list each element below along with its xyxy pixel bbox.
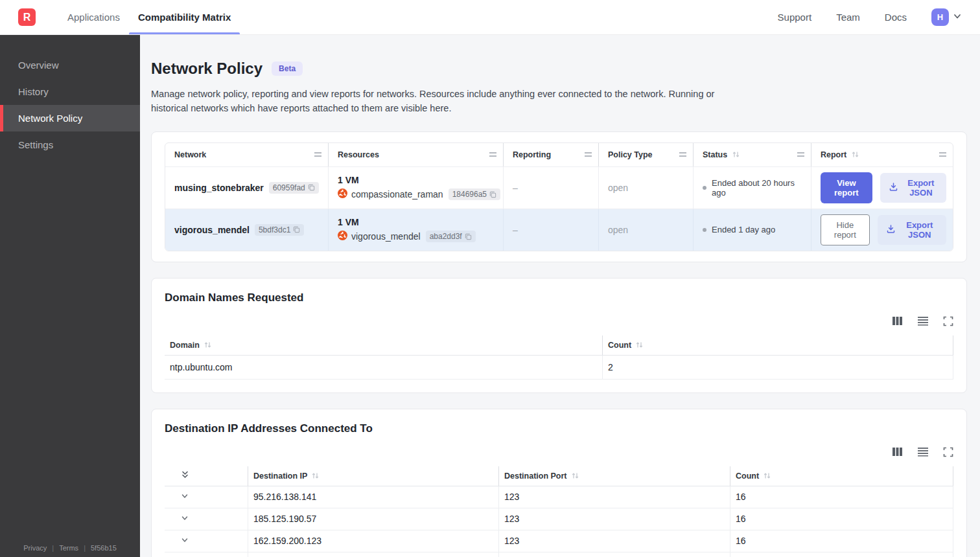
- destination-port-cell: 123: [498, 508, 730, 530]
- sidebar-item-settings[interactable]: Settings: [0, 131, 140, 158]
- column-header-count[interactable]: Count: [602, 335, 953, 355]
- network-cell: musing_stonebraker 60959fad: [165, 167, 329, 209]
- copy-icon[interactable]: [308, 184, 315, 191]
- column-header-resources[interactable]: Resources: [329, 143, 504, 166]
- row-expander[interactable]: [165, 508, 248, 530]
- docs-link[interactable]: Docs: [885, 12, 907, 23]
- row-expander[interactable]: [165, 486, 248, 508]
- network-table-row[interactable]: musing_stonebraker 60959fad 1 VM: [165, 166, 953, 209]
- destination-ip-cell: 185.125.190.58: [248, 552, 498, 557]
- column-resize-handle-icon[interactable]: [679, 152, 686, 157]
- column-label: Policy Type: [608, 150, 653, 159]
- export-json-button[interactable]: Export JSON: [878, 215, 946, 245]
- destination-ip-row[interactable]: 185.125.190.58 123 16: [165, 552, 953, 557]
- column-resize-handle-icon[interactable]: [797, 152, 804, 157]
- status-text: Ended 1 day ago: [712, 225, 775, 234]
- column-header-count[interactable]: Count: [730, 466, 953, 486]
- sort-arrows-icon[interactable]: [311, 472, 320, 480]
- download-icon: [886, 224, 896, 236]
- topnav-right: Support Team Docs H: [778, 8, 962, 26]
- copy-icon[interactable]: [465, 233, 472, 240]
- sort-arrows-icon[interactable]: [851, 150, 859, 159]
- column-label: Network: [174, 150, 206, 159]
- column-resize-handle-icon[interactable]: [314, 152, 321, 157]
- domains-table: Domain Count ntp.ubuntu.com 2: [165, 335, 953, 380]
- sidebar-item-history[interactable]: History: [0, 78, 140, 105]
- status-text: Ended about 20 hours ago: [712, 178, 804, 198]
- view-report-button[interactable]: View report: [821, 172, 872, 203]
- row-expander[interactable]: [165, 530, 248, 552]
- reporting-cell: –: [504, 209, 599, 251]
- network-table-row[interactable]: vigorous_mendel 5bdf3dc1 1 VM vig: [165, 209, 953, 251]
- column-header-destination-port[interactable]: Destination Port: [498, 466, 730, 486]
- domain-row[interactable]: ntp.ubuntu.com 2: [165, 356, 953, 380]
- column-label: Reporting: [513, 150, 551, 159]
- terms-link[interactable]: Terms: [59, 544, 78, 552]
- network-id-badge[interactable]: 60959fad: [269, 182, 319, 194]
- privacy-link[interactable]: Privacy: [23, 544, 47, 552]
- fullscreen-icon[interactable]: [943, 447, 953, 457]
- support-link[interactable]: Support: [778, 12, 812, 23]
- column-resize-handle-icon[interactable]: [489, 152, 496, 157]
- column-header-report[interactable]: Report: [811, 143, 953, 166]
- avatar[interactable]: H: [931, 8, 949, 26]
- fullscreen-icon[interactable]: [943, 316, 953, 326]
- ubuntu-logo-icon: [338, 188, 347, 200]
- tab-compatibility-matrix[interactable]: Compatibility Matrix: [129, 0, 240, 34]
- ubuntu-logo-icon: [338, 231, 347, 242]
- column-resize-handle-icon[interactable]: [585, 152, 592, 157]
- sort-arrows-icon[interactable]: [635, 341, 644, 349]
- team-link[interactable]: Team: [836, 12, 860, 23]
- sidebar-item-network-policy[interactable]: Network Policy: [0, 105, 140, 131]
- column-header-domain[interactable]: Domain: [165, 335, 602, 355]
- destination-ip-row[interactable]: 162.159.200.123 123 16: [165, 530, 953, 552]
- export-json-button[interactable]: Export JSON: [880, 173, 946, 203]
- user-menu[interactable]: H: [931, 8, 962, 26]
- row-density-icon[interactable]: [917, 447, 929, 457]
- column-resize-handle-icon[interactable]: [939, 152, 946, 157]
- sidebar-item-overview[interactable]: Overview: [0, 52, 140, 78]
- sort-arrows-icon[interactable]: [763, 472, 771, 480]
- card-title: Domain Names Requested: [165, 291, 953, 304]
- column-header-network[interactable]: Network: [165, 143, 329, 166]
- domain-names-card: Domain Names Requested Domain: [151, 278, 967, 393]
- sort-arrows-icon[interactable]: [571, 472, 579, 480]
- destination-ip-row[interactable]: 95.216.138.141 123 16: [165, 486, 953, 508]
- row-expander[interactable]: [165, 552, 248, 557]
- card-title: Destination IP Addresses Connected To: [165, 422, 953, 435]
- resource-id-badge[interactable]: aba2dd3f: [426, 231, 476, 242]
- policy-type-cell: open: [599, 167, 694, 209]
- chevron-down-icon: [180, 536, 189, 547]
- destination-ip-cell: 95.216.138.141: [248, 486, 498, 508]
- resource-id-badge[interactable]: 184696a5: [449, 188, 500, 200]
- column-header-destination-ip[interactable]: Destination IP: [248, 466, 498, 486]
- app-logo[interactable]: R: [18, 8, 36, 26]
- network-id-badge[interactable]: 5bdf3dc1: [255, 224, 304, 236]
- table-toolbar: [165, 447, 953, 457]
- destination-ips-table-header: Destination IP Destination Port Count: [165, 466, 953, 486]
- resources-summary: 1 VM: [338, 175, 359, 185]
- destination-port-cell: 123: [498, 530, 730, 552]
- page-description: Manage network policy, reporting and vie…: [151, 87, 725, 116]
- row-density-icon[interactable]: [917, 316, 929, 326]
- tab-applications[interactable]: Applications: [58, 0, 129, 34]
- expand-all-control[interactable]: [165, 466, 248, 486]
- sort-arrows-icon[interactable]: [732, 150, 740, 159]
- destination-ip-row[interactable]: 185.125.190.57 123 16: [165, 508, 953, 530]
- resource-id: 184696a5: [452, 190, 487, 199]
- column-header-status[interactable]: Status: [694, 143, 811, 166]
- columns-icon[interactable]: [892, 316, 903, 326]
- count-cell: 16: [730, 530, 953, 552]
- status-dot: [703, 186, 706, 190]
- divider: |: [84, 544, 86, 552]
- sort-arrows-icon[interactable]: [204, 341, 212, 349]
- hide-report-button[interactable]: Hide report: [821, 214, 870, 245]
- column-header-policy-type[interactable]: Policy Type: [599, 143, 694, 166]
- status-cell: Ended 1 day ago: [694, 209, 811, 251]
- networks-card: Network Resources Reporting Policy Type: [151, 131, 967, 262]
- column-header-reporting[interactable]: Reporting: [504, 143, 599, 166]
- networks-table: Network Resources Reporting Policy Type: [165, 142, 953, 251]
- copy-icon[interactable]: [293, 226, 300, 233]
- columns-icon[interactable]: [892, 447, 903, 457]
- copy-icon[interactable]: [489, 191, 496, 198]
